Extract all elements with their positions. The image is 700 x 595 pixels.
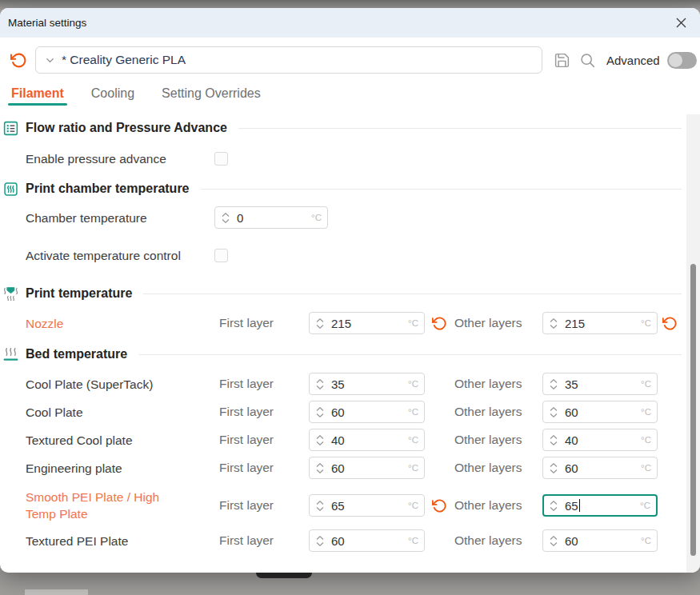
tab-setting-overrides[interactable]: Setting Overrides <box>162 86 261 106</box>
spinner-arrows[interactable] <box>550 318 558 329</box>
other-layers-label: Other layers <box>454 405 542 419</box>
preset-toolbar: * Creality Generic PLA Advanced <box>10 46 693 74</box>
spinner-arrows[interactable] <box>316 501 324 511</box>
first-layer-label: First layer <box>219 316 309 330</box>
spinner-arrows[interactable] <box>550 379 558 389</box>
reset-first-layer-button[interactable] <box>431 497 448 514</box>
first-layer-label: First layer <box>219 533 309 548</box>
dialog-title: Material settings <box>8 17 673 29</box>
other-layers-input-focused[interactable]: 65 °C <box>542 494 658 517</box>
chamber-temperature-row: Chamber temperature 0 °C <box>26 206 506 229</box>
preset-selector[interactable]: * Creality Generic PLA <box>35 46 542 74</box>
undo-icon <box>10 52 27 69</box>
spinner-arrows[interactable] <box>316 318 324 329</box>
other-layers-input[interactable]: 35 °C <box>542 373 658 395</box>
spinner-arrows[interactable] <box>550 435 558 445</box>
unit-label: °C <box>311 213 322 222</box>
first-layer-input[interactable]: 35 °C <box>309 373 425 395</box>
other-layers-input[interactable]: 60 °C <box>542 401 658 423</box>
spinner-arrows[interactable] <box>316 463 324 473</box>
bed-row-textured-pei-plate: Textured PEI Plate First layer 60 °C Oth… <box>26 529 682 552</box>
other-layers-label: Other layers <box>454 533 542 548</box>
row-label: Cool Plate (SuperTack) <box>26 376 190 393</box>
unit-label: °C <box>641 435 651 445</box>
section-divider <box>238 128 682 129</box>
spin-down-icon <box>550 441 558 445</box>
other-layers-input[interactable]: 40 °C <box>542 429 658 451</box>
other-layers-input[interactable]: 60 °C <box>542 457 658 479</box>
spin-down-icon <box>316 385 324 389</box>
spin-down-icon <box>550 469 558 473</box>
other-layers-input[interactable]: 60 °C <box>542 529 658 552</box>
nozzle-first-layer-input[interactable]: 215 °C <box>309 312 425 334</box>
nozzle-other-layers-input[interactable]: 215 °C <box>542 312 658 334</box>
section-title: Bed temperature <box>26 347 127 361</box>
row-label: Smooth PEI Plate / High Temp Plate <box>26 489 190 522</box>
spinner-arrows[interactable] <box>316 435 324 445</box>
bed-heat-icon <box>2 346 19 363</box>
first-layer-input[interactable]: 40 °C <box>309 429 425 451</box>
spinner-arrows[interactable] <box>550 407 558 417</box>
background-gray-box <box>25 589 88 595</box>
chamber-temperature-input[interactable]: 0 °C <box>214 206 328 229</box>
spin-down-icon <box>550 413 558 417</box>
spin-up-icon <box>316 501 324 505</box>
text-cursor <box>579 499 581 512</box>
unit-label: °C <box>641 536 651 545</box>
scrollbar-thumb[interactable] <box>690 264 696 556</box>
unit-label: °C <box>408 501 418 510</box>
first-layer-input[interactable]: 65 °C <box>309 494 425 517</box>
save-preset-button[interactable] <box>553 51 571 70</box>
spin-up-icon <box>550 407 558 411</box>
first-layer-input[interactable]: 60 °C <box>309 401 425 423</box>
spinner-arrows[interactable] <box>550 501 558 511</box>
close-button[interactable] <box>673 15 689 31</box>
reset-first-layer-button[interactable] <box>431 315 448 332</box>
close-icon <box>675 17 687 29</box>
search-button[interactable] <box>578 51 597 70</box>
spin-up-icon <box>550 318 558 322</box>
unit-label: °C <box>408 463 418 473</box>
tab-filament[interactable]: Filament <box>11 86 64 106</box>
pressure-advance-checkbox[interactable] <box>214 152 228 166</box>
first-layer-label: First layer <box>219 461 309 475</box>
scrollbar-track[interactable] <box>686 114 700 573</box>
spin-down-icon <box>316 507 324 511</box>
spin-down-icon <box>550 507 558 511</box>
spinner-arrows[interactable] <box>550 463 558 473</box>
tab-cooling[interactable]: Cooling <box>91 86 134 106</box>
spin-up-icon <box>316 318 324 322</box>
spinner-arrows[interactable] <box>316 536 324 546</box>
spinner-arrows[interactable] <box>316 379 324 389</box>
chamber-heat-icon <box>2 181 19 198</box>
section-chamber-temperature: Print chamber temperature <box>2 180 682 198</box>
spinner-arrows[interactable] <box>222 213 230 223</box>
spin-down-icon <box>550 385 558 389</box>
first-layer-label: First layer <box>219 498 309 513</box>
input-value: 60 <box>331 534 345 548</box>
section-divider <box>143 294 682 294</box>
spinner-arrows[interactable] <box>550 536 558 546</box>
unit-label: °C <box>408 379 418 389</box>
first-layer-input[interactable]: 60 °C <box>309 529 425 552</box>
input-value: 40 <box>565 433 578 447</box>
undo-icon <box>432 316 447 331</box>
input-value: 215 <box>565 317 585 330</box>
activate-temperature-checkbox[interactable] <box>214 249 228 262</box>
unit-label: °C <box>641 318 651 328</box>
save-icon <box>554 52 570 69</box>
reset-preset-button[interactable] <box>10 51 27 69</box>
input-value: 60 <box>565 461 578 475</box>
spinner-arrows[interactable] <box>316 407 324 417</box>
reset-other-layers-button[interactable] <box>662 315 678 332</box>
bed-row-smooth-pei-plate: Smooth PEI Plate / High Temp Plate First… <box>26 486 682 525</box>
toggle-knob <box>669 54 682 67</box>
first-layer-input[interactable]: 60 °C <box>309 457 425 479</box>
input-value: 215 <box>331 317 351 330</box>
advanced-toggle[interactable] <box>667 52 697 69</box>
spin-up-icon <box>550 435 558 439</box>
nozzle-temperature-row: Nozzle First layer 215 °C Other layers 2… <box>26 312 682 334</box>
input-value: 60 <box>331 405 345 419</box>
input-value: 60 <box>331 461 345 475</box>
other-layers-label: Other layers <box>454 498 542 513</box>
